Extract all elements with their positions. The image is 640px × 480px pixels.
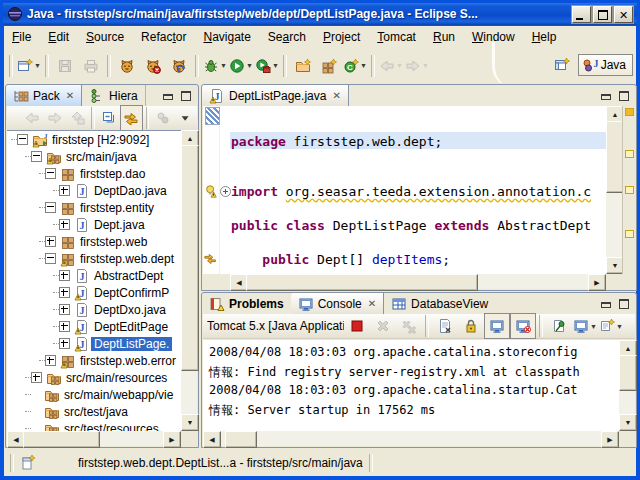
scroll-down-icon[interactable]: ▼	[181, 414, 199, 431]
dropdown-arrow-icon[interactable]: ▼	[34, 62, 41, 69]
expand-icon[interactable]	[59, 304, 70, 315]
tree-item-src-main-resources[interactable]: src/main/resources	[7, 369, 181, 386]
scroll-right-icon[interactable]: ▶	[163, 431, 181, 448]
overview-warning-marker[interactable]	[625, 150, 634, 158]
console-vscroll-thumb[interactable]	[619, 355, 637, 391]
tree-item-src-test-resources[interactable]: src/test/resources	[7, 420, 181, 431]
overview-warning-marker[interactable]	[625, 108, 634, 116]
collapse-icon[interactable]	[17, 134, 28, 145]
menu-item-file[interactable]: File	[12, 30, 31, 44]
title-bar[interactable]: Java - firststep/src/main/java/firststep…	[3, 3, 637, 25]
open-console-button[interactable]: ▼	[598, 313, 624, 339]
dropdown-arrow-icon[interactable]: ▼	[590, 323, 597, 330]
tree-item-dept-java[interactable]: JDept.java	[7, 216, 181, 233]
editor-hscroll-thumb[interactable]	[246, 274, 478, 291]
debug-button[interactable]: ▼	[202, 53, 228, 79]
scroll-right-icon[interactable]: ▶	[588, 274, 606, 291]
expand-icon[interactable]	[59, 338, 70, 349]
collapse-icon[interactable]	[45, 168, 56, 179]
tree-item-firststep-h2-9092-[interactable]: Jfirststep [H2:9092]	[7, 131, 181, 148]
tree-item-src-test-java[interactable]: src/test/java	[7, 403, 181, 420]
focus-button[interactable]	[152, 105, 174, 131]
tree-vertical-scrollbar[interactable]: ▲ ▼	[181, 130, 197, 431]
run-external-button[interactable]: ▼	[254, 53, 280, 79]
tree-horizontal-scrollbar[interactable]: ◀ ▶	[7, 431, 181, 446]
tree-vscroll-thumb[interactable]	[181, 145, 199, 371]
run-button[interactable]: ▼	[228, 53, 254, 79]
menu-item-edit[interactable]: Edit	[48, 30, 69, 44]
clear-console-button[interactable]	[432, 313, 458, 339]
tab-editor-deptlistpage[interactable]: J DeptListPage.java ✕	[202, 85, 349, 106]
tree-item-firststep-dao[interactable]: firststep.dao	[7, 165, 181, 182]
dropdown-arrow-icon[interactable]: ▼	[616, 323, 623, 330]
close-icon[interactable]: ✕	[366, 298, 376, 309]
tomcat-start-button[interactable]	[114, 53, 140, 79]
code-area[interactable]: package firststep.web.dept;import org.se…	[203, 106, 605, 274]
java-perspective-button[interactable]: J Java	[578, 54, 633, 76]
dropdown-arrow-icon[interactable]: ▼	[272, 62, 279, 69]
scroll-right-icon[interactable]: ▶	[601, 431, 619, 448]
minimize-editor-button[interactable]	[599, 90, 613, 102]
dropdown-arrow-icon[interactable]: ▼	[246, 62, 253, 69]
nav-up-button[interactable]	[66, 105, 88, 131]
console-vertical-scrollbar[interactable]: ▲ ▼	[619, 340, 635, 431]
tree-hscroll-thumb[interactable]	[23, 431, 100, 448]
menu-item-tomcat[interactable]: Tomcat	[377, 30, 416, 44]
collapse-icon[interactable]	[45, 253, 56, 264]
view-menu-button[interactable]	[175, 105, 197, 131]
open-perspective-button[interactable]	[549, 52, 575, 78]
scroll-lock-button[interactable]	[458, 313, 484, 339]
expand-icon[interactable]	[45, 236, 56, 247]
menu-item-help[interactable]: Help	[532, 30, 557, 44]
print-button[interactable]	[78, 53, 104, 79]
tab-console[interactable]: Console ✕	[291, 293, 384, 314]
link-with-editor-button[interactable]	[120, 105, 142, 131]
new-class-button[interactable]: C▼	[342, 53, 368, 79]
expand-icon[interactable]	[59, 321, 70, 332]
tree-item-deptlistpage-[interactable]: JDeptListPage.	[7, 335, 181, 352]
minimize-view-button[interactable]	[161, 90, 175, 102]
dropdown-arrow-icon[interactable]: ▼	[422, 62, 429, 69]
close-window-button[interactable]: ✕	[614, 6, 633, 23]
maximize-window-button[interactable]	[593, 6, 612, 23]
editor-body[interactable]: package firststep.web.dept;import org.se…	[203, 106, 635, 274]
menu-item-run[interactable]: Run	[433, 30, 455, 44]
minimize-view-button[interactable]	[599, 298, 613, 310]
close-icon[interactable]: ✕	[330, 90, 340, 101]
new-package-button[interactable]	[316, 53, 342, 79]
tab-databaseview[interactable]: DatabaseView	[384, 293, 495, 314]
display-console-button[interactable]: ▼	[572, 313, 598, 339]
tree-item-firststep-web[interactable]: firststep.web	[7, 233, 181, 250]
expand-icon[interactable]	[59, 185, 70, 196]
new-source-folder-button[interactable]	[290, 53, 316, 79]
menu-item-refactor[interactable]: Refactor	[141, 30, 186, 44]
tab-package-explorer[interactable]: Pack ✕	[6, 85, 82, 106]
remove-launch-button[interactable]	[370, 313, 396, 339]
collapse-icon[interactable]	[45, 202, 56, 213]
expand-icon[interactable]	[59, 287, 70, 298]
console-hscroll-thumb[interactable]	[225, 431, 257, 448]
tab-problems[interactable]: Problems	[202, 293, 291, 314]
maximize-editor-button[interactable]	[617, 90, 631, 102]
tree-item-firststep-web-error[interactable]: firststep.web.error	[7, 352, 181, 369]
remove-all-button[interactable]	[396, 313, 422, 339]
editor-horizontal-scrollbar[interactable]: ◀ ▶	[230, 274, 606, 289]
tree-item-abstractdept[interactable]: JAbstractDept	[7, 267, 181, 284]
tomcat-restart-button[interactable]	[166, 53, 192, 79]
expand-icon[interactable]	[31, 372, 42, 383]
tree-item-deptconfirmp[interactable]: JDeptConfirmP	[7, 284, 181, 301]
tree-item-firststep-web-dept[interactable]: firststep.web.dept	[7, 250, 181, 267]
collapse-icon[interactable]	[31, 151, 42, 162]
overview-ruler[interactable]	[622, 106, 635, 274]
menu-item-search[interactable]: Search	[268, 30, 306, 44]
collapse-all-button[interactable]	[98, 105, 120, 131]
tree-item-deptdao-java[interactable]: JDeptDao.java	[7, 182, 181, 199]
show-stdout-button[interactable]	[484, 313, 510, 339]
menu-item-project[interactable]: Project	[323, 30, 360, 44]
tree-item-firststep-entity[interactable]: firststep.entity	[7, 199, 181, 216]
fast-view-icon[interactable]	[20, 454, 36, 472]
tree-item-src-main-webapp-vie[interactable]: src/main/webapp/vie	[7, 386, 181, 403]
tree-item-src-main-java[interactable]: src/main/java	[7, 148, 181, 165]
menu-item-source[interactable]: Source	[86, 30, 124, 44]
maximize-view-button[interactable]	[179, 90, 193, 102]
